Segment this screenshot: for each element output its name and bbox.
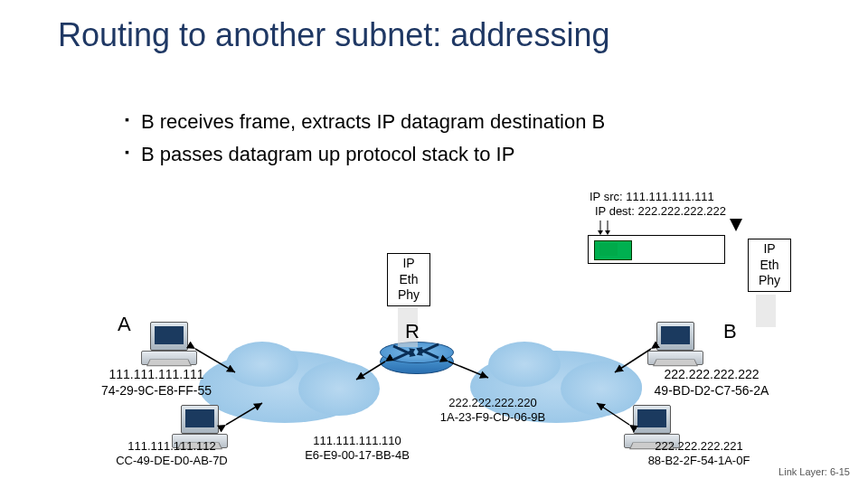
ip-dest-label: IP dest: [595, 204, 635, 218]
router-label: R [405, 320, 420, 343]
mac-addr: 1A-23-F9-CD-06-9B [425, 410, 561, 425]
stack-layer: Eth [388, 272, 429, 288]
svg-rect-11 [756, 295, 776, 327]
slide-title: Routing to another subnet: addressing [58, 16, 609, 54]
up-stack-arrow-icon [730, 219, 742, 231]
host-b-label: B [723, 320, 737, 343]
ip-addr: 111.111.111.112 [108, 439, 235, 454]
stack-layer: Phy [749, 273, 790, 289]
ip-addr: 222.222.222.221 [631, 439, 767, 454]
host-a2-addr: 111.111.111.112 CC-49-DE-D0-AB-7D [108, 439, 235, 469]
slide: Routing to another subnet: addressing B … [0, 0, 868, 488]
subnet-cloud-left [226, 342, 298, 387]
ip-addr: 222.222.222.222 [644, 367, 779, 383]
host-b-addr: 222.222.222.222 49-BD-D2-C7-56-2A [644, 367, 779, 399]
stack-layer: IP [749, 241, 790, 258]
ip-src-value: 111.111.111.111 [626, 190, 714, 203]
host-a-addr: 111.111.111.111 74-29-9C-E8-FF-55 [98, 367, 215, 399]
stack-layer: IP [388, 256, 429, 272]
subnet-cloud-left [298, 361, 380, 416]
router-left-addr: 111.111.111.110 E6-E9-00-17-BB-4B [289, 434, 425, 464]
stack-layer: Phy [388, 287, 429, 304]
ip-addr: 111.111.111.111 [98, 367, 215, 383]
router-icon [380, 342, 452, 378]
bullet-item: B receives frame, extracts IP datagram d… [125, 110, 605, 134]
host-a-icon [141, 322, 199, 367]
host-a-label: A [118, 313, 131, 336]
packet-arrows-icon [597, 221, 615, 235]
packet-header-icon [599, 243, 618, 256]
mac-addr: 88-B2-2F-54-1A-0F [631, 454, 767, 468]
mac-addr: 74-29-9C-E8-FF-55 [98, 383, 215, 399]
host-b-icon [647, 322, 705, 367]
protocol-stack-b: IP Eth Phy [748, 239, 791, 292]
mac-addr: 49-BD-D2-C7-56-2A [644, 383, 779, 399]
packet-box [588, 235, 725, 264]
host-b2-addr: 222.222.222.221 88-B2-2F-54-1A-0F [631, 439, 767, 469]
router-right-addr: 222.222.222.220 1A-23-F9-CD-06-9B [425, 396, 561, 426]
packet-header: IP src: 111.111.111.111 IP dest: 222.222… [590, 190, 726, 218]
bullet-list: B receives frame, extracts IP datagram d… [89, 110, 605, 175]
subnet-cloud-right [488, 342, 561, 387]
ip-addr: 222.222.222.220 [425, 396, 561, 410]
slide-footer: Link Layer: 6-15 [778, 466, 850, 477]
mac-addr: CC-49-DE-D0-AB-7D [108, 454, 235, 468]
protocol-stack-router: IP Eth Phy [387, 253, 430, 306]
ip-dest-value: 222.222.222.222 [637, 204, 726, 218]
bullet-item: B passes datagram up protocol stack to I… [125, 143, 605, 166]
ip-addr: 111.111.111.110 [289, 434, 425, 448]
mac-addr: E6-E9-00-17-BB-4B [289, 448, 425, 463]
stack-layer: Eth [749, 258, 790, 274]
ip-src-label: IP src: [590, 190, 623, 203]
